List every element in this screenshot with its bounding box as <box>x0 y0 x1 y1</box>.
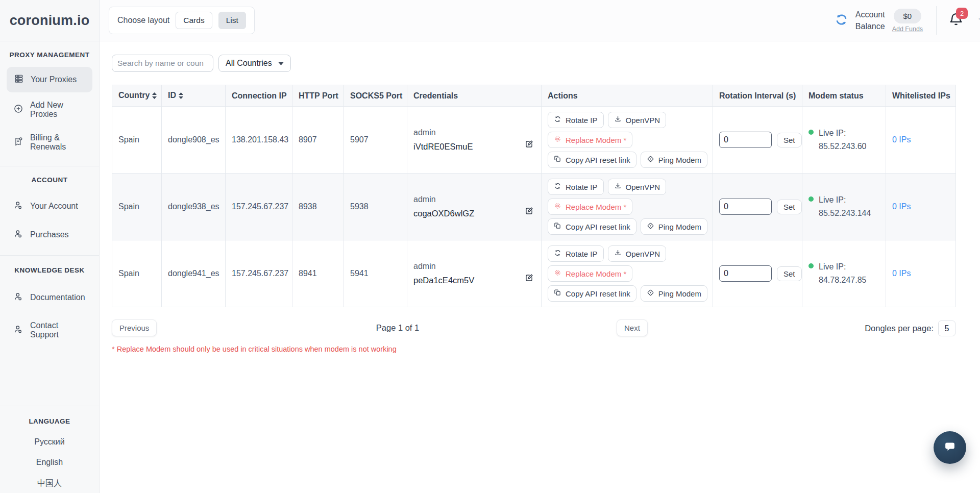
language-option-chinese[interactable]: 中国人 <box>0 478 99 489</box>
edit-credentials-icon[interactable] <box>524 273 534 285</box>
replace-modem-warning-note: * Replace Modem should only be used in c… <box>112 345 980 353</box>
topbar-border <box>0 41 980 41</box>
gear-icon <box>554 202 561 211</box>
column-header-rotation-interval: Rotation Interval (s) <box>713 85 802 107</box>
replace-modem-button[interactable]: Replace Modem * <box>548 132 632 148</box>
sort-icon <box>152 92 157 101</box>
bell-icon <box>948 21 964 30</box>
openvpn-download-button[interactable]: OpenVPN <box>608 112 667 128</box>
column-header-whitelisted-ips: Whitelisted IPs <box>886 85 956 107</box>
cell-actions: Rotate IP OpenVPN Replace Modem * Copy A… <box>542 240 713 307</box>
refresh-balance-icon[interactable] <box>835 13 848 29</box>
section-title-account: ACCOUNT <box>0 176 99 184</box>
credentials-password: iVtdRE0ESmuE <box>413 142 521 152</box>
sidebar-item-purchases[interactable]: Purchases <box>6 224 93 246</box>
rotate-ip-button[interactable]: Rotate IP <box>548 245 604 262</box>
set-rotation-button[interactable]: Set <box>777 200 802 214</box>
copy-api-reset-link-button[interactable]: Copy API reset link <box>548 285 636 302</box>
sidebar-item-contact-support[interactable]: Contact Support <box>6 316 93 344</box>
copy-icon <box>554 289 561 298</box>
cell-whitelisted-ips: 0 IPs <box>886 107 956 174</box>
language-option-english[interactable]: English <box>0 458 99 467</box>
ping-modem-button[interactable]: Ping Modem <box>641 285 707 302</box>
cell-rotation-interval: Set <box>713 107 802 174</box>
column-header-id[interactable]: ID <box>162 85 226 107</box>
rotation-interval-input[interactable] <box>719 132 772 148</box>
openvpn-download-button[interactable]: OpenVPN <box>608 245 667 262</box>
cell-whitelisted-ips: 0 IPs <box>886 240 956 307</box>
column-header-socks5-port: SOCKS5 Port <box>344 85 407 107</box>
copy-icon <box>554 155 561 164</box>
gear-icon <box>554 269 561 278</box>
whitelisted-ips-link[interactable]: 0 IPs <box>892 269 911 278</box>
per-page-input[interactable] <box>938 321 955 336</box>
cell-actions: Rotate IP OpenVPN Replace Modem * Copy A… <box>542 174 713 240</box>
ping-modem-button[interactable]: Ping Modem <box>641 218 707 235</box>
cards-layout-button[interactable]: Cards <box>176 12 212 29</box>
replace-modem-button[interactable]: Replace Modem * <box>548 199 632 215</box>
billing-icon <box>13 136 23 149</box>
notification-count-badge: 2 <box>956 8 968 19</box>
edit-credentials-icon[interactable] <box>524 206 534 218</box>
language-option-russian[interactable]: Русский <box>0 437 99 447</box>
set-rotation-button[interactable]: Set <box>777 133 802 147</box>
chat-widget-button[interactable] <box>934 431 966 464</box>
brand-logo: coronium.io <box>10 13 90 29</box>
status-online-dot <box>808 263 814 268</box>
add-funds-link[interactable]: Add Funds <box>892 26 923 33</box>
sidebar-item-add-new-proxies[interactable]: Add New Proxies <box>6 95 93 124</box>
search-input[interactable] <box>112 55 213 72</box>
filters-row: All Countries <box>112 55 980 72</box>
openvpn-download-button[interactable]: OpenVPN <box>608 179 667 195</box>
whitelisted-ips-link[interactable]: 0 IPs <box>892 135 911 144</box>
cell-http-port: 8907 <box>292 107 344 174</box>
column-header-http-port: HTTP Port <box>292 85 344 107</box>
previous-page-button[interactable]: Previous <box>112 319 157 336</box>
replace-modem-button[interactable]: Replace Modem * <box>548 265 632 282</box>
cell-modem-status: Live IP: 84.78.247.85 <box>802 240 886 307</box>
live-ip-value: 84.78.247.85 <box>819 274 866 287</box>
column-header-country[interactable]: Country <box>112 85 162 107</box>
rotation-interval-input[interactable] <box>719 199 772 215</box>
cell-credentials: admin cogaOXD6wlGZ <box>407 174 542 240</box>
cell-id: dongle941_es <box>162 240 226 307</box>
edit-credentials-icon[interactable] <box>524 139 534 151</box>
whitelisted-ips-link[interactable]: 0 IPs <box>892 202 911 211</box>
sidebar-item-documentation[interactable]: Documentation <box>6 286 93 309</box>
divider <box>0 41 99 41</box>
copy-api-reset-link-button[interactable]: Copy API reset link <box>548 218 636 235</box>
copy-api-reset-link-button[interactable]: Copy API reset link <box>548 152 636 168</box>
download-icon <box>614 115 622 125</box>
user-icon <box>13 291 23 304</box>
next-page-button[interactable]: Next <box>617 319 648 336</box>
divider <box>0 166 99 166</box>
notifications-bell-button[interactable]: 2 <box>948 11 965 30</box>
pagination-bar: Previous Page 1 of 1 Next Dongles per pa… <box>112 319 955 338</box>
country-filter-value: All Countries <box>226 59 272 68</box>
rotate-ip-button[interactable]: Rotate IP <box>548 179 604 195</box>
rotate-icon <box>554 115 561 125</box>
sidebar-item-your-proxies[interactable]: Your Proxies <box>7 67 92 92</box>
column-header-actions: Actions <box>542 85 713 107</box>
rotate-ip-button[interactable]: Rotate IP <box>548 112 604 128</box>
cell-socks5-port: 5941 <box>344 240 407 307</box>
sidebar-item-your-account[interactable]: Your Account <box>6 195 93 217</box>
column-header-credentials: Credentials <box>407 85 542 107</box>
sidebar-item-billing-renewals[interactable]: Billing & Renewals <box>6 128 93 157</box>
credentials-username: admin <box>413 262 521 271</box>
rotation-interval-input[interactable] <box>719 265 772 282</box>
balance-box: $0 Add Funds <box>892 9 923 33</box>
cell-actions: Rotate IP OpenVPN Replace Modem * Copy A… <box>542 107 713 174</box>
divider <box>0 255 99 256</box>
list-layout-button[interactable]: List <box>218 12 246 29</box>
topbar: Choose layout Cards List Account Balance… <box>100 0 980 41</box>
set-rotation-button[interactable]: Set <box>777 266 802 281</box>
cell-country: Spain <box>112 107 162 174</box>
table-row: Spain dongle938_es 157.245.67.237 8938 5… <box>112 174 956 240</box>
sidebar-item-label: Contact Support <box>30 321 86 339</box>
ping-modem-button[interactable]: Ping Modem <box>641 152 707 168</box>
sidebar-item-label: Your Account <box>30 202 78 211</box>
cell-rotation-interval: Set <box>713 240 802 307</box>
country-filter-select[interactable]: All Countries <box>218 55 291 72</box>
table-row: Spain dongle908_es 138.201.158.43 8907 5… <box>112 107 956 174</box>
